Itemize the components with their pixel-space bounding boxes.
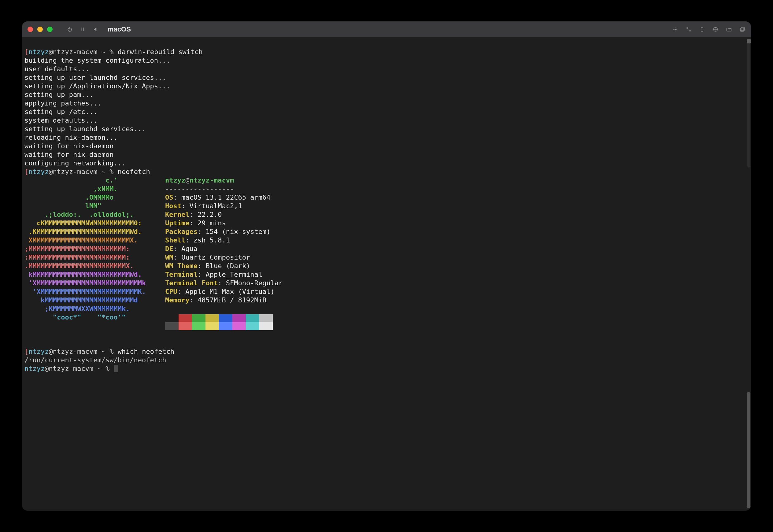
logo-row: ;MMMMMMMMMMMMMMMMMMMMMMMM: (24, 245, 165, 253)
folder-icon[interactable] (726, 26, 732, 32)
info-row: Packages: 154 (nix-system) (165, 227, 283, 236)
build-output: building the system configuration... use… (24, 56, 749, 168)
color-swatch (179, 322, 192, 330)
color-swatch (205, 314, 219, 322)
terminal-window: macOS [ntzyz@ntzyz-macvm ~ % dar (22, 21, 751, 511)
svg-point-5 (675, 29, 675, 30)
logo-row: ,xNMM. (24, 185, 165, 193)
logo-row: ;KMMMMMMWXXWMMMMMMMk. (24, 305, 165, 313)
logo-row: .MMMMMMMMMMMMMMMMMMMMMMMMX. (24, 262, 165, 270)
pause-icon[interactable] (80, 26, 86, 32)
info-row: OS: macOS 13.1 22C65 arm64 (165, 193, 283, 202)
color-swatches (165, 314, 283, 330)
info-row: Kernel: 22.2.0 (165, 210, 283, 219)
info-row: ntzyz@ntzyz-macvm (165, 176, 283, 185)
color-swatch (179, 314, 192, 322)
color-swatch (232, 314, 246, 322)
info-row: ----------------- (165, 185, 283, 193)
logo-row: 'XMMMMMMMMMMMMMMMMMMMMMMMMMMk (24, 279, 165, 287)
color-swatch (259, 322, 273, 330)
logo-row: .KMMMMMMMMMMMMMMMMMMMMMMMWd. (24, 227, 165, 236)
close-button[interactable] (28, 27, 33, 32)
color-swatch (165, 322, 179, 330)
info-row: Memory: 4857MiB / 8192MiB (165, 296, 283, 305)
info-row: Host: VirtualMac2,1 (165, 202, 283, 210)
prompt-host: ntzyz-macvm (53, 48, 98, 56)
which-output: /run/current-system/sw/bin/neofetch (24, 356, 166, 364)
color-swatch (246, 322, 259, 330)
info-row: CPU: Apple M1 Max (Virtual) (165, 287, 283, 296)
neofetch-logo: c.' ,xNMM. .OMMMMo lMM" .;loddo:. .ollod… (24, 176, 165, 330)
minimize-button[interactable] (37, 27, 43, 32)
info-row: Uptime: 29 mins (165, 219, 283, 227)
titlebar: macOS (22, 21, 751, 37)
color-swatch (232, 322, 246, 330)
info-row: Shell: zsh 5.8.1 (165, 236, 283, 245)
globe-icon[interactable] (712, 26, 719, 32)
info-row: WM Theme: Blue (Dark) (165, 262, 283, 270)
logo-row: kMMMMMMMMMMMMMMMMMMMMMMMMWd. (24, 270, 165, 279)
power-icon[interactable] (67, 26, 73, 32)
info-row: WM: Quartz Compositor (165, 253, 283, 262)
neofetch-output: c.' ,xNMM. .OMMMMo lMM" .;loddo:. .ollod… (24, 176, 749, 330)
expand-icon[interactable] (686, 26, 692, 32)
terminal-area[interactable]: [ntzyz@ntzyz-macvm ~ % darwin-rebuild sw… (22, 37, 751, 511)
color-swatch (246, 314, 259, 322)
color-swatch (259, 314, 273, 322)
titlebar-controls (67, 26, 98, 32)
zoom-button[interactable] (47, 27, 53, 32)
logo-row: cKMMMMMMMMMMNWMMMMMMMMMM0: (24, 219, 165, 227)
color-swatch (165, 314, 179, 322)
windows-icon[interactable] (739, 26, 745, 32)
color-swatch (219, 322, 232, 330)
device-icon[interactable] (699, 26, 705, 32)
traffic-lights (28, 27, 53, 32)
sparkle-icon[interactable] (672, 26, 678, 32)
color-swatch (192, 314, 205, 322)
terminal-output[interactable]: [ntzyz@ntzyz-macvm ~ % darwin-rebuild sw… (22, 37, 751, 511)
logo-row: 'XMMMMMMMMMMMMMMMMMMMMMMMMK. (24, 287, 165, 296)
command-2: neofetch (118, 168, 150, 175)
color-swatch (219, 314, 232, 322)
command-1: darwin-rebuild switch (118, 48, 203, 56)
titlebar-right (672, 26, 745, 32)
logo-row: :MMMMMMMMMMMMMMMMMMMMMMMM: (24, 253, 165, 262)
prompt-user: ntzyz (28, 48, 49, 56)
logo-row: .OMMMMo (24, 193, 165, 202)
minimap-scroll[interactable] (747, 39, 750, 168)
cursor (114, 365, 118, 372)
logo-row: XMMMMMMMMMMMMMMMMMMMMMMMMX. (24, 236, 165, 245)
info-row: Terminal Font: SFMono-Regular (165, 279, 283, 287)
command-3: which neofetch (118, 348, 174, 355)
logo-row: "cooc*" "*coo'" (24, 313, 165, 322)
svg-rect-14 (741, 27, 745, 31)
logo-row: .;loddo:. .olloddol;. (24, 210, 165, 219)
window-title: macOS (108, 25, 131, 33)
color-swatch (205, 322, 219, 330)
logo-row: c.' (24, 176, 165, 185)
logo-row: kMMMMMMMMMMMMMMMMMMMMMMd (24, 296, 165, 305)
svg-rect-12 (701, 27, 703, 31)
logo-row: lMM" (24, 202, 165, 210)
info-row: Terminal: Apple_Terminal (165, 270, 283, 279)
info-row: DE: Aqua (165, 245, 283, 253)
svg-rect-15 (740, 28, 744, 31)
neofetch-info: ntzyz@ntzyz-macvm-----------------OS: ma… (165, 176, 283, 330)
back-icon[interactable] (92, 26, 98, 32)
scrollbar-thumb[interactable] (747, 392, 750, 508)
svg-marker-4 (94, 28, 96, 31)
color-swatch (192, 322, 205, 330)
